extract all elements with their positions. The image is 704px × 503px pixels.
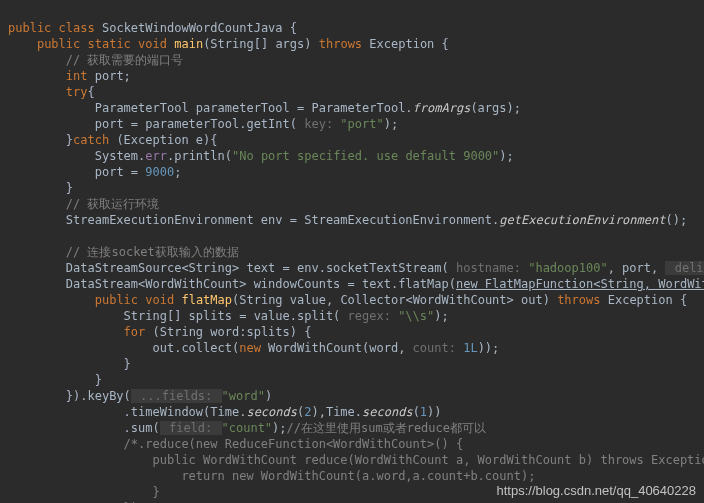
line: port = 9000; <box>8 165 181 179</box>
line: } <box>8 357 131 371</box>
line: }catch (Exception e){ <box>8 133 218 147</box>
line: return new WordWithCount(a.word,a.count+… <box>8 469 535 483</box>
line: public WordWithCount reduce(WordWithCoun… <box>8 453 704 467</box>
line: out.collect(new WordWithCount(word, coun… <box>8 341 499 355</box>
line: port = parameterTool.getInt( key: "port"… <box>8 117 398 131</box>
line: } <box>8 485 160 499</box>
line: ParameterTool parameterTool = ParameterT… <box>8 101 521 115</box>
line: .timeWindow(Time.seconds(2),Time.seconds… <box>8 405 442 419</box>
line: } <box>8 373 102 387</box>
line: int port; <box>8 69 131 83</box>
line: } <box>8 181 73 195</box>
line: /*.reduce(new ReduceFunction<WordWithCou… <box>8 437 463 451</box>
line: public static void main(String[] args) t… <box>8 37 449 51</box>
line: // 获取运行环境 <box>8 197 159 211</box>
line: String[] splits = value.split( regex: "\… <box>8 309 449 323</box>
line: public class SocketWindowWordCountJava { <box>8 21 297 35</box>
line: DataStream<WordWithCount> windowCounts =… <box>8 277 704 291</box>
line: // 连接socket获取输入的数据 <box>8 245 239 259</box>
line: }).keyBy( ...fields: "word") <box>8 389 272 403</box>
line: for (String word:splits) { <box>8 325 311 339</box>
line: DataStreamSource<String> text = env.sock… <box>8 261 704 275</box>
line: StreamExecutionEnvironment env = StreamE… <box>8 213 687 227</box>
watermark: https://blog.csdn.net/qq_40640228 <box>497 483 697 499</box>
line: System.err.println("No port specified. u… <box>8 149 514 163</box>
line: public void flatMap(String value, Collec… <box>8 293 687 307</box>
line: try{ <box>8 85 95 99</box>
code-editor[interactable]: public class SocketWindowWordCountJava {… <box>0 0 704 503</box>
line: // 获取需要的端口号 <box>8 53 183 67</box>
line: .sum( field: "count");//在这里使用sum或者reduce… <box>8 421 486 435</box>
